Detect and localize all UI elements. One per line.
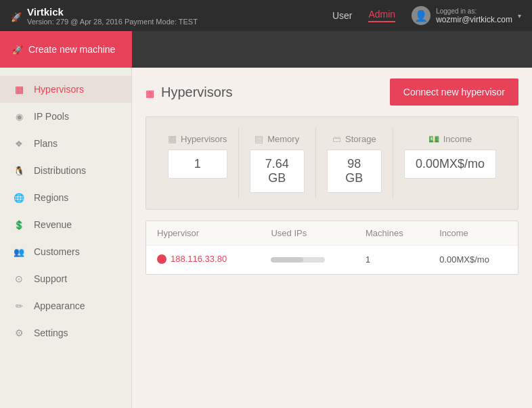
support-icon bbox=[12, 273, 26, 285]
stat-hypervisors: Hypervisors 1 bbox=[157, 128, 239, 198]
top-navigation: Virtkick Version: 279 @ Apr 28, 2016 Pay… bbox=[0, 0, 532, 31]
stat-memory-value: 7.64 GB bbox=[250, 150, 305, 193]
stat-storage-label: Storage bbox=[327, 133, 382, 144]
hypervisor-icon-cell: 188.116.33.80 bbox=[157, 254, 227, 264]
admin-nav-link[interactable]: Admin bbox=[368, 9, 395, 22]
hv-status-indicator bbox=[157, 254, 167, 264]
logo-area: Virtkick Version: 279 @ Apr 28, 2016 Pay… bbox=[11, 6, 198, 26]
hypervisor-ip-link[interactable]: 188.116.33.80 bbox=[171, 254, 227, 264]
stat-hypervisors-label: Hypervisors bbox=[168, 133, 227, 144]
stat-storage: Storage 98 GB bbox=[316, 128, 393, 198]
settings-icon bbox=[12, 327, 26, 339]
sidebar-item-ip-pools[interactable]: IP Pools bbox=[0, 103, 131, 130]
server-icon bbox=[12, 83, 26, 95]
col-income: Income bbox=[428, 221, 518, 246]
customers-icon bbox=[12, 246, 26, 258]
sidebar-label-appearance: Appearance bbox=[34, 300, 85, 311]
sidebar-label-hypervisors: Hypervisors bbox=[34, 84, 84, 95]
user-details: Logged in as: wozmir@virtkick.com bbox=[436, 7, 512, 24]
stat-storage-icon bbox=[332, 133, 341, 144]
revenue-icon bbox=[12, 219, 26, 231]
main-layout: Hypervisors IP Pools Plans Distributions… bbox=[0, 68, 532, 408]
user-avatar bbox=[412, 6, 430, 25]
table-header: Hypervisor Used IPs Machines Income bbox=[146, 221, 518, 246]
sidebar-label-support: Support bbox=[34, 273, 67, 284]
stat-hypervisors-icon bbox=[168, 133, 177, 144]
col-hypervisor: Hypervisor bbox=[146, 221, 260, 246]
user-menu-chevron[interactable] bbox=[518, 12, 521, 20]
app-name: Virtkick bbox=[27, 6, 198, 18]
plans-icon bbox=[12, 137, 26, 150]
top-nav-links: User Admin Logged in as: wozmir@virtkick… bbox=[332, 6, 521, 25]
used-ips-bar bbox=[271, 257, 325, 263]
user-email: wozmir@virtkick.com bbox=[436, 15, 512, 24]
logged-in-label: Logged in as: bbox=[436, 7, 512, 15]
sidebar-label-revenue: Revenue bbox=[34, 219, 72, 230]
sidebar-item-settings[interactable]: Settings bbox=[0, 319, 131, 346]
sidebar-item-appearance[interactable]: Appearance bbox=[0, 292, 131, 319]
sidebar-item-plans[interactable]: Plans bbox=[0, 130, 131, 157]
sidebar-item-customers[interactable]: Customers bbox=[0, 238, 131, 265]
title-server-icon bbox=[146, 83, 154, 101]
create-machine-label: Create new machine bbox=[28, 44, 115, 55]
action-bar: Create new machine bbox=[0, 31, 532, 68]
connect-hypervisor-button[interactable]: Connect new hypervisor bbox=[390, 78, 518, 106]
stat-storage-value: 98 GB bbox=[327, 150, 382, 193]
app-version: Version: 279 @ Apr 28, 2016 Payment Mode… bbox=[27, 18, 198, 26]
stat-income: Income 0.00MX$/mo bbox=[393, 128, 507, 198]
logo-text-block: Virtkick Version: 279 @ Apr 28, 2016 Pay… bbox=[27, 6, 198, 26]
row-used-ips bbox=[260, 246, 355, 274]
sidebar-item-distributions[interactable]: Distributions bbox=[0, 157, 131, 184]
stats-section: Hypervisors 1 Memory 7.64 GB Storage 98 … bbox=[146, 116, 518, 210]
hypervisors-table-section: Hypervisor Used IPs Machines Income 188.… bbox=[146, 221, 518, 275]
sidebar-item-hypervisors[interactable]: Hypervisors bbox=[0, 76, 131, 103]
create-machine-button[interactable]: Create new machine bbox=[0, 31, 132, 68]
stat-income-value: 0.00MX$/mo bbox=[404, 150, 496, 179]
appearance-icon bbox=[12, 300, 26, 312]
hypervisors-table: Hypervisor Used IPs Machines Income 188.… bbox=[146, 221, 518, 274]
distro-icon bbox=[12, 164, 26, 177]
sidebar-label-regions: Regions bbox=[34, 192, 68, 203]
col-used-ips: Used IPs bbox=[260, 221, 355, 246]
table-row: 188.116.33.80 1 0.00MX$/mo bbox=[146, 246, 518, 274]
content-header: Hypervisors Connect new hypervisor bbox=[132, 68, 532, 116]
sidebar-label-customers: Customers bbox=[34, 246, 80, 257]
main-content: Hypervisors Connect new hypervisor Hyper… bbox=[132, 68, 532, 408]
row-machines: 1 bbox=[355, 246, 428, 274]
used-ips-bar-fill bbox=[271, 257, 303, 263]
sidebar-label-settings: Settings bbox=[34, 327, 68, 338]
page-title: Hypervisors bbox=[161, 85, 233, 100]
sidebar-item-support[interactable]: Support bbox=[0, 265, 131, 292]
stat-memory-label: Memory bbox=[250, 133, 305, 144]
user-info-area: Logged in as: wozmir@virtkick.com bbox=[412, 6, 521, 25]
sidebar-label-plans: Plans bbox=[34, 138, 58, 149]
user-nav-link[interactable]: User bbox=[332, 10, 353, 21]
sidebar-label-distributions: Distributions bbox=[34, 165, 86, 176]
sidebar: Hypervisors IP Pools Plans Distributions… bbox=[0, 68, 132, 408]
stat-hypervisors-value: 1 bbox=[168, 150, 227, 179]
row-income: 0.00MX$/mo bbox=[428, 246, 518, 274]
stat-memory-icon bbox=[254, 133, 263, 144]
rocket-icon bbox=[12, 44, 23, 55]
table-body: 188.116.33.80 1 0.00MX$/mo bbox=[146, 246, 518, 274]
sidebar-label-ip-pools: IP Pools bbox=[34, 111, 69, 122]
row-hypervisor-ip: 188.116.33.80 bbox=[146, 246, 260, 274]
stat-memory: Memory 7.64 GB bbox=[239, 128, 316, 198]
page-title-area: Hypervisors bbox=[146, 83, 233, 101]
col-machines: Machines bbox=[355, 221, 428, 246]
stat-income-icon bbox=[428, 133, 439, 144]
stat-income-label: Income bbox=[404, 133, 496, 144]
sidebar-item-regions[interactable]: Regions bbox=[0, 184, 131, 211]
logo-icon bbox=[11, 8, 22, 24]
regions-icon bbox=[12, 191, 26, 204]
sidebar-item-revenue[interactable]: Revenue bbox=[0, 211, 131, 238]
network-icon bbox=[12, 110, 26, 122]
